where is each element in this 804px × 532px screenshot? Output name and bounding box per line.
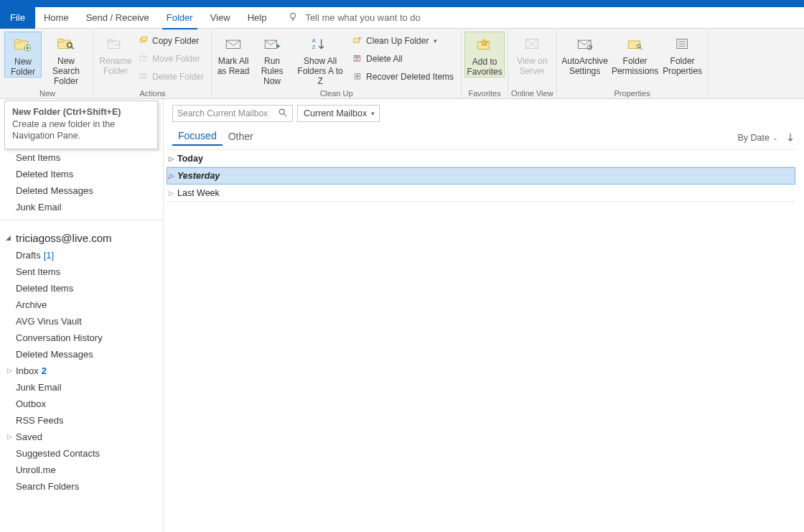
delete-all-button[interactable]: Delete All	[350, 51, 457, 67]
group-last-week[interactable]: Last Week	[167, 185, 795, 202]
tooltip-body: Create a new folder in the Navigation Pa…	[12, 118, 150, 141]
run-rules-l2: Now	[263, 76, 281, 86]
properties-icon	[673, 34, 692, 53]
search-scope-label: Current Mailbox	[304, 108, 367, 118]
group-properties-label: Properties	[614, 89, 650, 99]
chevron-down-icon: ⌄	[772, 134, 778, 141]
svg-rect-17	[353, 38, 359, 42]
run-rules-icon	[263, 34, 281, 53]
group-new-label: New	[39, 89, 55, 99]
nav-outbox[interactable]: Outbox	[0, 396, 163, 412]
tab-folder[interactable]: Folder	[158, 7, 202, 29]
nav-conversation-history[interactable]: Conversation History	[0, 330, 163, 346]
run-rules-button[interactable]: Run Rules Now	[252, 32, 292, 86]
mark-read-icon	[224, 34, 243, 53]
recover-label: Recover Deleted Items	[366, 72, 454, 82]
chevron-down-icon: ▾	[371, 110, 375, 117]
nav-deleted-messages[interactable]: Deleted Messages	[0, 182, 163, 199]
tell-me-search[interactable]: Tell me what you want to do	[288, 11, 420, 24]
rename-folder-icon	[106, 34, 125, 53]
delete-folder-icon	[139, 71, 149, 83]
new-search-folder-label2: Folder	[54, 76, 78, 86]
folder-properties-button[interactable]: Folder Properties	[660, 32, 705, 76]
group-today[interactable]: Today	[167, 150, 795, 167]
show-all-folders-button[interactable]: AZ Show All Folders A to Z	[292, 32, 348, 86]
tab-send-receive[interactable]: Send / Receive	[78, 7, 158, 29]
group-yesterday[interactable]: Yesterday	[167, 167, 795, 185]
addfav-l1: Add to	[472, 57, 497, 67]
svg-text:Z: Z	[312, 44, 316, 50]
addfav-l2: Favorites	[467, 67, 502, 77]
sort-by-date[interactable]: By Date ⌄	[738, 133, 778, 143]
copy-folder-button[interactable]: Copy Folder	[136, 33, 207, 49]
cleanup-folder-button[interactable]: Clean Up Folder ▾	[350, 33, 457, 49]
move-folder-button[interactable]: Move Folder	[136, 51, 207, 67]
nav-deleted-messages-2[interactable]: Deleted Messages	[0, 346, 163, 363]
navigation-pane: New Folder (Ctrl+Shift+E) Create a new f…	[0, 99, 164, 532]
server-icon	[523, 34, 541, 53]
move-folder-label: Move Folder	[152, 54, 200, 64]
autoarchive-button[interactable]: AutoArchive Settings	[560, 32, 610, 76]
group-today-label: Today	[177, 154, 203, 164]
ribbon-tabs: File Home Send / Receive Folder View Hel…	[0, 7, 804, 29]
nav-account[interactable]: triciagoss@live.com	[0, 225, 163, 247]
nav-junk-email-2[interactable]: Junk Email	[0, 379, 163, 396]
nav-list: Sent Items Deleted Items Deleted Message…	[0, 99, 163, 495]
group-cleanup-label: Clean Up	[320, 89, 353, 99]
nav-drafts-count: [1]	[44, 250, 54, 261]
sort-direction-icon[interactable]	[785, 132, 795, 144]
cleanup-folder-label: Clean Up Folder	[366, 36, 429, 46]
recover-icon	[352, 71, 363, 83]
group-favorites-label: Favorites	[468, 89, 500, 99]
viewserver-l1: View on	[517, 56, 547, 66]
view-on-server-button[interactable]: View on Server	[513, 32, 551, 76]
svg-rect-5	[58, 39, 64, 42]
recover-deleted-button[interactable]: Recover Deleted Items	[350, 69, 457, 85]
autoarchive-l2: Settings	[569, 66, 600, 76]
rename-folder-button[interactable]: Rename Folder	[97, 32, 134, 76]
delete-all-label: Delete All	[366, 54, 403, 64]
nav-saved[interactable]: Saved	[0, 429, 163, 445]
nav-sent-items-2[interactable]: Sent Items	[0, 263, 163, 280]
mark-all-read-button[interactable]: Mark All as Read	[215, 32, 252, 76]
nav-inbox[interactable]: Inbox 2	[0, 363, 163, 379]
tab-focused[interactable]: Focused	[172, 130, 223, 146]
search-icon[interactable]	[278, 108, 288, 120]
search-input[interactable]: Search Current Mailbox	[172, 105, 293, 122]
group-cleanup: Mark All as Read Run Rules Now AZ Show A…	[212, 32, 462, 99]
nav-archive[interactable]: Archive	[0, 297, 163, 313]
new-search-folder-button[interactable]: New Search Folder	[42, 32, 90, 86]
nav-drafts[interactable]: Drafts [1]	[0, 247, 163, 263]
new-folder-button[interactable]: New Folder	[4, 32, 42, 78]
showall-l1: Show All	[304, 56, 337, 66]
group-new: New Folder New Search Folder New	[1, 32, 94, 99]
group-favorites: Add to Favorites Favorites	[462, 32, 508, 99]
nav-junk-email[interactable]: Junk Email	[0, 199, 163, 215]
tab-help[interactable]: Help	[239, 7, 276, 29]
nav-suggested-contacts[interactable]: Suggested Contacts	[0, 445, 163, 462]
delete-folder-button[interactable]: Delete Folder	[136, 69, 207, 85]
group-online-view: View on Server Online View	[508, 32, 557, 99]
mark-read-l2: as Read	[218, 66, 250, 76]
svg-rect-10	[142, 37, 147, 41]
nav-unroll-me[interactable]: Unroll.me	[0, 462, 163, 478]
delete-folder-label: Delete Folder	[152, 72, 204, 82]
nav-search-folders[interactable]: Search Folders	[0, 478, 163, 495]
tab-home[interactable]: Home	[35, 7, 78, 29]
nav-deleted-items-2[interactable]: Deleted Items	[0, 280, 163, 297]
tooltip-new-folder: New Folder (Ctrl+Shift+E) Create a new f…	[4, 101, 158, 149]
tab-other[interactable]: Other	[223, 131, 259, 145]
nav-deleted-items[interactable]: Deleted Items	[0, 166, 163, 182]
svg-point-0	[291, 13, 296, 18]
group-yesterday-label: Yesterday	[177, 171, 220, 181]
search-scope-select[interactable]: Current Mailbox ▾	[297, 105, 380, 122]
main-area: New Folder (Ctrl+Shift+E) Create a new f…	[0, 99, 804, 532]
tab-file[interactable]: File	[0, 7, 35, 29]
add-to-favorites-button[interactable]: Add to Favorites	[464, 32, 505, 78]
folder-permissions-button[interactable]: Folder Permissions	[610, 32, 660, 76]
nav-sent-items[interactable]: Sent Items	[0, 149, 163, 166]
nav-avg-vault[interactable]: AVG Virus Vault	[0, 313, 163, 330]
tab-view[interactable]: View	[202, 7, 239, 29]
nav-inbox-label: Inbox	[16, 365, 39, 376]
nav-rss-feeds[interactable]: RSS Feeds	[0, 412, 163, 429]
